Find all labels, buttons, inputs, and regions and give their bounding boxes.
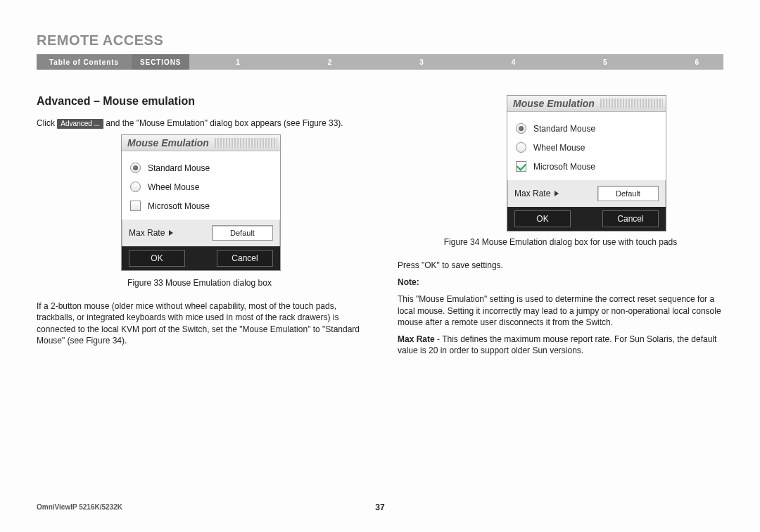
option-label: Wheel Mouse: [148, 182, 199, 192]
nav-sections-label: SECTIONS: [132, 54, 189, 70]
maxrate-combo[interactable]: Default: [212, 225, 273, 241]
note-body: This "Mouse Emulation" setting is used t…: [398, 293, 723, 328]
nav-bar: Table of Contents SECTIONS 1 2 3 4 5 6: [37, 54, 723, 70]
dialog-titlebar: Mouse Emulation: [507, 96, 666, 112]
option-microsoft-mouse[interactable]: Microsoft Mouse: [130, 196, 272, 215]
left-column: Advanced – Mouse emulation Click Advance…: [37, 95, 362, 362]
option-wheel-mouse[interactable]: Wheel Mouse: [516, 138, 657, 157]
nav-section-numbers: 1 2 3 4 5 6: [189, 54, 723, 70]
dialog-titlebar: Mouse Emulation: [122, 135, 280, 151]
nav-toc-link[interactable]: Table of Contents: [37, 54, 132, 70]
mouse-emulation-dialog-34: Mouse Emulation Standard Mouse Wheel Mou…: [507, 95, 666, 232]
intro-paragraph: Click Advanced ... and the "Mouse Emulat…: [37, 118, 362, 129]
titlebar-grip-icon: [600, 99, 663, 108]
maxrate-bold: Max Rate: [398, 334, 435, 344]
footer-page-number: 37: [37, 502, 723, 512]
chevron-right-icon: [169, 230, 173, 236]
figure-33-caption: Figure 33 Mouse Emulation dialog box: [37, 278, 362, 288]
press-ok-text: Press "OK" to save settings.: [398, 260, 723, 271]
nav-section-2[interactable]: 2: [324, 58, 336, 66]
cancel-button[interactable]: Cancel: [602, 210, 659, 227]
maxrate-label: Max Rate: [129, 228, 165, 238]
nav-section-3[interactable]: 3: [415, 58, 428, 66]
radio-icon: [130, 163, 141, 173]
right-column: Mouse Emulation Standard Mouse Wheel Mou…: [398, 95, 723, 362]
dialog-title: Mouse Emulation: [122, 137, 215, 148]
maxrate-label: Max Rate: [514, 189, 550, 198]
dialog-button-row: OK Cancel: [507, 207, 666, 231]
checkbox-icon: [516, 161, 526, 172]
dialog-button-row: OK Cancel: [122, 246, 280, 270]
note-label: Note:: [398, 277, 419, 287]
nav-section-4[interactable]: 4: [507, 58, 520, 66]
ok-button[interactable]: OK: [129, 250, 185, 267]
radio-icon: [516, 142, 526, 153]
option-label: Microsoft Mouse: [533, 162, 595, 172]
left-paragraph-2: If a 2-button mouse (older mice without …: [37, 300, 362, 346]
radio-icon: [516, 123, 526, 134]
titlebar-grip-icon: [215, 138, 277, 148]
option-wheel-mouse[interactable]: Wheel Mouse: [130, 177, 272, 196]
intro-post: and the "Mouse Emulation" dialog box app…: [106, 118, 343, 128]
option-standard-mouse[interactable]: Standard Mouse: [130, 158, 272, 177]
subheading: Advanced – Mouse emulation: [37, 95, 362, 108]
nav-section-5[interactable]: 5: [599, 58, 612, 66]
nav-section-6[interactable]: 6: [691, 58, 704, 66]
option-label: Wheel Mouse: [533, 143, 585, 153]
nav-section-1[interactable]: 1: [232, 58, 244, 66]
radio-icon: [130, 182, 141, 192]
option-microsoft-mouse[interactable]: Microsoft Mouse: [516, 157, 657, 176]
option-standard-mouse[interactable]: Standard Mouse: [516, 119, 657, 138]
figure-34-caption: Figure 34 Mouse Emulation dialog box for…: [398, 237, 723, 247]
maxrate-paragraph: Max Rate - This defines the maximum mous…: [398, 334, 723, 356]
advanced-button[interactable]: Advanced ...: [57, 119, 103, 129]
option-label: Microsoft Mouse: [148, 201, 210, 211]
option-label: Standard Mouse: [148, 163, 210, 173]
maxrate-text: - This defines the maximum mouse report …: [398, 334, 716, 355]
dialog-maxrate-row: Max Rate Default: [507, 180, 666, 207]
dialog-maxrate-row: Max Rate Default: [122, 220, 280, 246]
page-title: REMOTE ACCESS: [37, 32, 723, 49]
figure-34: Mouse Emulation Standard Mouse Wheel Mou…: [507, 95, 723, 232]
checkbox-icon: [130, 201, 141, 211]
option-label: Standard Mouse: [533, 124, 595, 134]
page-footer: OmniViewIP 5216K/5232K 37: [37, 503, 723, 511]
intro-pre: Click: [37, 118, 55, 128]
mouse-emulation-dialog-33: Mouse Emulation Standard Mouse Wheel Mou…: [121, 134, 281, 271]
figure-33: Mouse Emulation Standard Mouse Wheel Mou…: [121, 134, 362, 271]
cancel-button[interactable]: Cancel: [217, 250, 273, 267]
ok-button[interactable]: OK: [514, 210, 571, 227]
dialog-title: Mouse Emulation: [507, 98, 600, 109]
maxrate-combo[interactable]: Default: [597, 186, 659, 201]
chevron-right-icon: [555, 191, 559, 196]
